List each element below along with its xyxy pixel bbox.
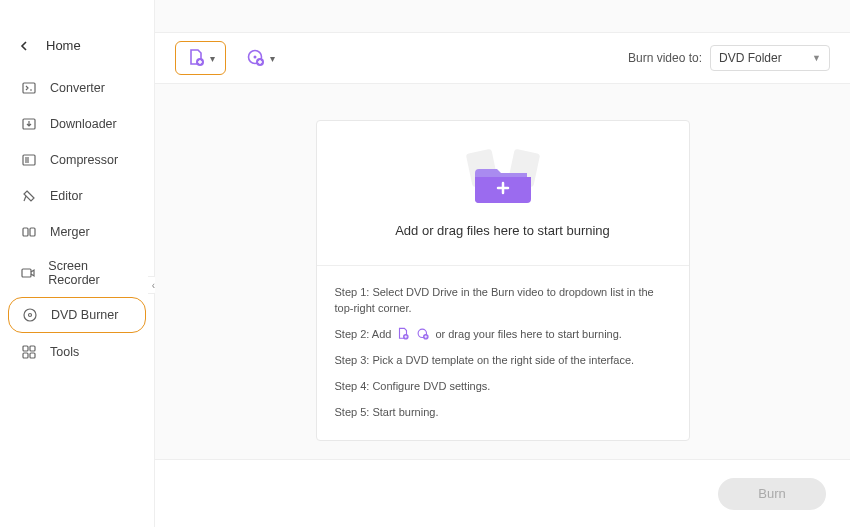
add-disc-button[interactable]: ▾ (236, 42, 285, 74)
merger-icon (20, 223, 38, 241)
svg-rect-21 (30, 353, 35, 358)
compressor-icon (20, 151, 38, 169)
sidebar-item-merger[interactable]: Merger (8, 215, 146, 249)
sidebar: Home Converter Downloader Compressor Edi… (0, 0, 155, 527)
svg-rect-12 (23, 155, 35, 165)
sidebar-item-converter[interactable]: Converter (8, 71, 146, 105)
nav-label: Screen Recorder (48, 259, 134, 287)
dvd-icon (21, 306, 39, 324)
chevron-down-icon: ▾ (270, 53, 275, 64)
svg-point-16 (24, 309, 36, 321)
content: Add or drag files here to start burning … (155, 84, 850, 459)
nav-label: Editor (50, 189, 83, 203)
sidebar-item-recorder[interactable]: Screen Recorder (8, 251, 146, 295)
drop-zone-text: Add or drag files here to start burning (395, 223, 610, 238)
home-nav[interactable]: Home (0, 28, 154, 71)
nav-label: Compressor (50, 153, 118, 167)
step-5: Step 5: Start burning. (335, 404, 671, 420)
nav-label: DVD Burner (51, 308, 118, 322)
add-file-button[interactable]: ▾ (175, 41, 226, 75)
converter-icon (20, 79, 38, 97)
chevron-left-icon (20, 40, 32, 52)
home-label: Home (46, 38, 81, 53)
burn-button[interactable]: Burn (718, 478, 826, 510)
svg-rect-20 (23, 353, 28, 358)
chevron-down-icon: ▾ (210, 53, 215, 64)
svg-rect-15 (22, 269, 31, 277)
instruction-card: Add or drag files here to start burning … (316, 120, 690, 441)
svg-rect-19 (30, 346, 35, 351)
svg-rect-10 (23, 83, 35, 93)
svg-rect-14 (30, 228, 35, 236)
steps-list: Step 1: Select DVD Drive in the Burn vid… (317, 266, 689, 440)
add-file-icon (395, 326, 411, 342)
svg-rect-13 (23, 228, 28, 236)
sidebar-item-editor[interactable]: Editor (8, 179, 146, 213)
footer: Burn (155, 459, 850, 527)
nav-label: Converter (50, 81, 105, 95)
chevron-down-icon: ▼ (812, 53, 821, 63)
folder-plus-icon (463, 149, 543, 205)
main-area: ▾ ▾ Burn video to: DVD Folder ▼ Add or d… (155, 0, 850, 527)
editor-icon (20, 187, 38, 205)
toolbar: ▾ ▾ Burn video to: DVD Folder ▼ (155, 32, 850, 84)
step-3: Step 3: Pick a DVD template on the right… (335, 352, 671, 368)
svg-point-24 (254, 56, 257, 59)
dropdown-value: DVD Folder (719, 51, 782, 65)
drop-zone[interactable]: Add or drag files here to start burning (317, 121, 689, 266)
tools-icon (20, 343, 38, 361)
sidebar-item-dvd-burner[interactable]: DVD Burner (8, 297, 146, 333)
nav-label: Tools (50, 345, 79, 359)
nav-label: Merger (50, 225, 90, 239)
burn-to-dropdown[interactable]: DVD Folder ▼ (710, 45, 830, 71)
nav-list: Converter Downloader Compressor Editor M… (0, 71, 154, 369)
burn-to-label: Burn video to: (628, 51, 702, 65)
sidebar-item-tools[interactable]: Tools (8, 335, 146, 369)
step-1: Step 1: Select DVD Drive in the Burn vid… (335, 284, 671, 316)
step-2: Step 2: Add or drag your files here to s… (335, 326, 671, 342)
sidebar-item-downloader[interactable]: Downloader (8, 107, 146, 141)
step-4: Step 4: Configure DVD settings. (335, 378, 671, 394)
nav-label: Downloader (50, 117, 117, 131)
downloader-icon (20, 115, 38, 133)
recorder-icon (20, 264, 36, 282)
svg-rect-18 (23, 346, 28, 351)
sidebar-item-compressor[interactable]: Compressor (8, 143, 146, 177)
svg-point-17 (29, 314, 32, 317)
add-disc-icon (415, 326, 431, 342)
